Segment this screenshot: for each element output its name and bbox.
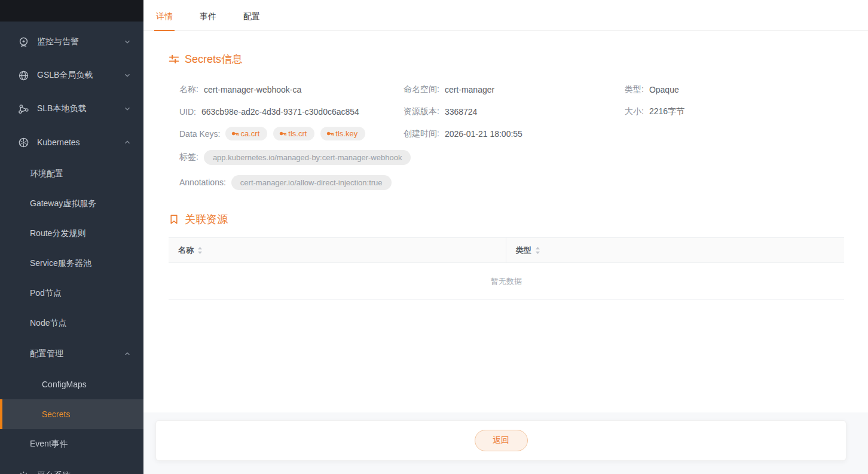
sidebar-item-label: Secrets	[42, 409, 70, 419]
column-header-name[interactable]: 名称	[169, 238, 506, 263]
related-resources-table: 名称 类型 暂无数据	[169, 237, 844, 300]
label-tag: app.kubernetes.io/managed-by:cert-manage…	[204, 150, 411, 165]
webcam-icon	[18, 36, 29, 48]
field-label: Annotations:	[179, 178, 226, 187]
chevron-down-icon	[123, 38, 132, 46]
sidebar-item-platform[interactable]: 平台系统	[0, 459, 143, 474]
sidebar-item-gslb[interactable]: GSLB全局负载	[0, 59, 143, 92]
sidebar-item-secrets[interactable]: Secrets	[0, 399, 143, 429]
field-value: 3368724	[445, 107, 478, 117]
sidebar: 监控与告警 GSLB全局负载 SLB本地负载 Kubernetes 环境配置	[0, 0, 143, 474]
field-label: 名称:	[179, 84, 198, 95]
annotation-tag: cert-manager.io/allow-direct-injection:t…	[231, 175, 392, 190]
empty-state-text: 暂无数据	[169, 263, 844, 300]
details-content: Secrets信息 名称: cert-manager-webhook-ca 命名…	[143, 31, 868, 412]
field-namespace: 命名空间: cert-manager	[404, 78, 625, 100]
column-header-type[interactable]: 类型	[506, 238, 844, 263]
sort-icon[interactable]	[535, 246, 540, 255]
column-header-label: 名称	[178, 245, 194, 256]
field-value: cert-manager-webhook-ca	[204, 85, 301, 94]
sidebar-item-pod[interactable]: Pod节点	[0, 279, 143, 308]
sidebar-item-event[interactable]: Event事件	[0, 429, 143, 459]
field-label: 类型:	[625, 84, 644, 95]
data-key-tag[interactable]: tls.crt	[273, 127, 314, 140]
chevron-down-icon	[123, 71, 132, 79]
sidebar-item-label: Kubernetes	[37, 137, 80, 147]
table-header-row: 名称 类型	[169, 238, 844, 263]
data-key-tag[interactable]: tls.key	[320, 127, 365, 140]
related-resources-section-title: 关联资源	[169, 212, 844, 227]
kubernetes-icon	[18, 137, 29, 148]
sidebar-item-gateway[interactable]: Gateway虚拟服务	[0, 189, 143, 219]
field-value: 663cb98e-ad2c-4d3d-9371-c30d0c6ac854	[201, 107, 359, 117]
field-value: cert-manager	[445, 85, 494, 94]
key-icon	[326, 130, 334, 137]
sidebar-item-monitoring[interactable]: 监控与告警	[0, 25, 143, 59]
section-title-text: 关联资源	[185, 212, 228, 227]
field-spacer	[625, 123, 844, 145]
field-label: UID:	[179, 107, 196, 117]
field-resource-version: 资源版本: 3368724	[404, 100, 625, 123]
chevron-down-icon	[123, 472, 132, 474]
chevron-up-icon	[123, 350, 132, 358]
sidebar-item-configmaps[interactable]: ConfigMaps	[0, 369, 143, 399]
tab-details[interactable]: 详情	[154, 11, 175, 31]
sidebar-item-label: 平台系统	[37, 470, 71, 474]
gear-icon	[18, 470, 29, 474]
sidebar-header	[0, 0, 143, 22]
section-title-text: Secrets信息	[185, 52, 243, 66]
field-value: 2216字节	[649, 106, 684, 117]
sidebar-item-label: 环境配置	[30, 169, 63, 179]
main-panel: 详情 事件 配置 Secrets信息 名称: cert-manager-webh…	[143, 0, 868, 474]
secrets-info-section-title: Secrets信息	[169, 52, 844, 66]
field-name: 名称: cert-manager-webhook-ca	[179, 78, 404, 100]
sidebar-item-label: 监控与告警	[37, 36, 79, 47]
data-key-text: tls.crt	[288, 129, 307, 138]
tab-events[interactable]: 事件	[198, 11, 218, 30]
column-header-label: 类型	[516, 245, 531, 256]
network-icon	[18, 103, 29, 115]
sidebar-item-node[interactable]: Node节点	[0, 308, 143, 338]
sort-icon[interactable]	[197, 246, 203, 255]
table-empty-row: 暂无数据	[169, 263, 844, 300]
footer-strip: 返回	[143, 412, 868, 474]
data-key-text: tls.key	[335, 129, 357, 138]
field-annotations: Annotations: cert-manager.io/allow-direc…	[179, 170, 844, 195]
sidebar-item-service[interactable]: Service服务器池	[0, 249, 143, 279]
sidebar-item-route[interactable]: Route分发规则	[0, 219, 143, 249]
sidebar-item-label: Service服务器池	[30, 258, 91, 269]
key-icon	[279, 130, 287, 137]
field-label: 资源版本:	[404, 106, 439, 117]
field-label: 创建时间:	[404, 129, 439, 139]
field-labels: 标签: app.kubernetes.io/managed-by:cert-ma…	[179, 145, 844, 170]
chevron-down-icon	[123, 105, 132, 113]
sidebar-item-label: Pod节点	[30, 288, 62, 299]
globe-icon	[18, 70, 29, 81]
field-type: 类型: Opaque	[625, 78, 844, 100]
sidebar-item-label: Node节点	[30, 318, 66, 329]
bookmark-icon	[169, 214, 179, 225]
field-size: 大小: 2216字节	[625, 100, 844, 123]
sidebar-nav: 监控与告警 GSLB全局负载 SLB本地负载 Kubernetes 环境配置	[0, 22, 143, 474]
sidebar-item-label: ConfigMaps	[42, 380, 87, 389]
key-icon	[231, 130, 239, 137]
tab-config[interactable]: 配置	[242, 11, 262, 30]
sidebar-item-label: Route分发规则	[30, 228, 85, 239]
data-key-text: ca.crt	[240, 129, 259, 138]
field-created: 创建时间: 2026-01-21 18:00:55	[404, 123, 625, 145]
field-label: 标签:	[179, 152, 198, 163]
sidebar-item-config-mgmt[interactable]: 配置管理	[0, 338, 143, 369]
back-button[interactable]: 返回	[475, 430, 528, 451]
chevron-up-icon	[123, 138, 132, 146]
sidebar-item-slb[interactable]: SLB本地负载	[0, 92, 143, 126]
data-key-tag[interactable]: ca.crt	[225, 127, 267, 140]
sidebar-item-label: GSLB全局负载	[37, 70, 93, 81]
field-label: Data Keys:	[179, 129, 220, 139]
field-label: 大小:	[625, 106, 644, 117]
field-data-keys: Data Keys: ca.crt tls.crt tls.key	[179, 123, 404, 145]
sidebar-item-label: Event事件	[30, 439, 68, 449]
detail-tabs: 详情 事件 配置	[143, 0, 868, 31]
sidebar-item-kubernetes[interactable]: Kubernetes	[0, 126, 143, 159]
footer-action-bar: 返回	[155, 420, 846, 461]
sidebar-item-env-config[interactable]: 环境配置	[0, 159, 143, 189]
